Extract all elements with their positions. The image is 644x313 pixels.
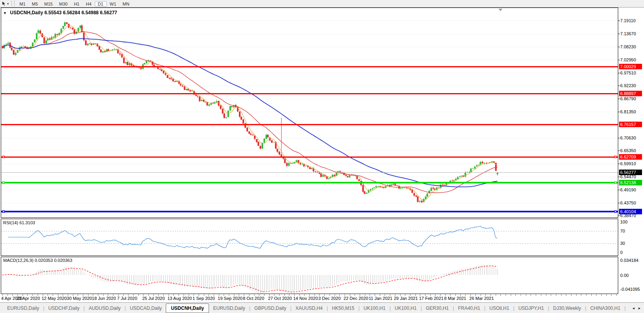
- price-line-label[interactable]: 6.62709: [619, 154, 642, 160]
- date-tick: [8, 294, 8, 296]
- macd-indicator-panel[interactable]: [1, 257, 618, 294]
- date-tick: [350, 294, 350, 296]
- date-tick: [546, 294, 546, 296]
- date-tick: [17, 294, 18, 296]
- main-price-chart[interactable]: [1, 8, 618, 218]
- timeframe-button-w1[interactable]: W1: [107, 1, 120, 7]
- date-axis-label: 1 Sep 2020: [193, 296, 215, 301]
- date-tick: [309, 294, 310, 296]
- tab-usdchf-daily[interactable]: USDCHF,Daily: [44, 304, 84, 313]
- date-tick: [455, 294, 456, 296]
- tab-dj30-weekly[interactable]: DJ30,Weekly: [549, 304, 585, 313]
- timeframe-button-m5[interactable]: M5: [29, 1, 41, 7]
- tab-gbpusd-daily[interactable]: GBPUSD,Daily: [250, 304, 290, 313]
- timeframe-button-mn[interactable]: MN: [119, 1, 132, 7]
- timeframe-toolbar: ▾ M1M5M15M30H1H4D1W1MN: [0, 0, 644, 8]
- date-tick: [153, 294, 154, 296]
- chart-title-collapse-icon[interactable]: ▼: [3, 11, 7, 15]
- date-tick: [274, 294, 274, 296]
- price-line-label[interactable]: 7.00029: [619, 64, 642, 69]
- price-line-label[interactable]: 6.56277: [619, 170, 642, 175]
- date-axis-label: 8 Oct 2020: [243, 296, 264, 301]
- date-tick: [465, 294, 466, 296]
- tab-audusd-daily[interactable]: AUDUSD,Daily: [85, 304, 125, 313]
- date-tick: [158, 294, 159, 296]
- tab-scrollers: ◂ ▸: [630, 303, 643, 313]
- date-axis-label: 7 Jul 2020: [117, 296, 137, 301]
- cursor-tool-dropdown-icon[interactable]: ▾: [7, 2, 9, 6]
- date-tick: [43, 294, 43, 296]
- date-tick: [470, 294, 471, 296]
- tab-scroll-right-icon[interactable]: ▸: [636, 305, 642, 311]
- date-tick: [435, 294, 435, 296]
- date-tick: [108, 294, 108, 296]
- price-axis-label: 6.97510: [620, 70, 636, 76]
- date-tick: [279, 294, 280, 296]
- timeframe-button-m15[interactable]: M15: [41, 1, 56, 7]
- date-tick: [415, 294, 416, 296]
- date-tick: [339, 294, 340, 296]
- date-tick: [385, 294, 385, 296]
- tab-xauusd-h4[interactable]: XAUUSD,H4: [291, 304, 327, 313]
- tab-eurusd-daily[interactable]: EURUSD,Daily: [209, 304, 249, 313]
- date-tick: [516, 294, 516, 296]
- date-tick: [355, 294, 355, 296]
- price-line-label[interactable]: 6.76157: [619, 122, 642, 127]
- date-tick: [370, 294, 370, 296]
- date-tick: [254, 294, 255, 296]
- date-tick: [365, 294, 365, 296]
- date-tick: [173, 294, 174, 296]
- rsi-indicator-panel[interactable]: [1, 219, 618, 256]
- date-tick: [586, 294, 586, 296]
- date-tick: [259, 294, 259, 296]
- timeframe-button-h4[interactable]: H4: [82, 1, 94, 7]
- tab-usdcnh-daily[interactable]: USDCNH,Daily: [166, 303, 209, 313]
- tab-usdcad-daily[interactable]: USDCAD,Daily: [126, 304, 166, 313]
- timeframe-button-d1[interactable]: D1: [95, 1, 107, 7]
- date-tick: [606, 294, 607, 296]
- tab-usoil-h1[interactable]: USOil,H1: [485, 304, 513, 313]
- date-tick: [440, 294, 441, 296]
- tab-uk100-h1[interactable]: UK100,H1: [391, 304, 420, 313]
- macd-scale-label: -0.041095: [620, 287, 640, 292]
- timeframe-button-m30[interactable]: M30: [56, 1, 71, 7]
- date-axis-label: 18 Jun 2020: [92, 296, 116, 301]
- toolbar-grip[interactable]: [12, 1, 15, 6]
- date-axis-label: 11 Jan 2021: [369, 296, 393, 301]
- tab-uk100-h1[interactable]: UK100,H1: [360, 304, 389, 313]
- date-tick: [485, 294, 486, 296]
- timeframe-button-h1[interactable]: H1: [71, 1, 82, 7]
- date-tick: [616, 294, 617, 296]
- tab-eurusd-daily[interactable]: EURUSD,Daily: [3, 304, 43, 313]
- price-line-label[interactable]: 6.88897: [619, 91, 642, 96]
- tab-fra40-h1[interactable]: FRA40,H1: [454, 304, 484, 313]
- chart-shift-marker-icon[interactable]: [498, 9, 502, 11]
- date-tick: [224, 294, 224, 296]
- timeframe-button-m1[interactable]: M1: [16, 1, 29, 7]
- tab-ger30-h1[interactable]: GER30,H1: [422, 304, 453, 313]
- date-tick: [88, 294, 88, 296]
- date-tick: [234, 294, 234, 296]
- date-tick: [239, 294, 239, 296]
- date-tick: [345, 294, 345, 296]
- date-tick: [460, 294, 461, 296]
- date-axis-label: 22 Dec 2020: [343, 296, 368, 301]
- price-axis-label: 7.13670: [620, 31, 636, 36]
- cursor-tool-icon[interactable]: [2, 1, 7, 6]
- price-line-label[interactable]: 6.52138: [619, 180, 642, 185]
- tab-scroll-left-icon[interactable]: ◂: [631, 305, 636, 311]
- date-tick: [526, 294, 526, 296]
- date-tick: [98, 294, 98, 296]
- date-axis-label: 17 Feb 2021: [419, 296, 444, 301]
- trading-platform-window: ▾ M1M5M15M30H1H4D1W1MN ▼ USDCNH,Daily 6.…: [0, 0, 644, 313]
- tab-china300-h1[interactable]: CHINA300,H1: [586, 304, 624, 313]
- price-axis-label: 6.86790: [620, 96, 636, 101]
- date-tick: [68, 294, 68, 296]
- date-tick: [53, 294, 53, 296]
- tab-hk50-m15[interactable]: HK50,M15: [328, 304, 358, 313]
- tab-usdjpy-h1[interactable]: USDJPY,H1: [514, 304, 548, 313]
- date-tick: [294, 294, 295, 296]
- price-line-label[interactable]: 6.40104: [619, 209, 642, 214]
- date-tick: [496, 294, 496, 296]
- date-tick: [541, 294, 541, 296]
